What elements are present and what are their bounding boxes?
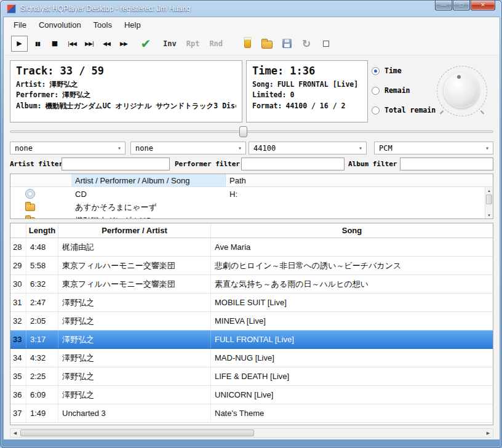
tree-name-column-header[interactable]: Artist / Performer / Album / Song <box>72 174 226 186</box>
folder-icon <box>25 204 35 211</box>
expander-icon[interactable]: ▷ <box>10 218 19 219</box>
playlist-row[interactable]: 312:47澤野弘之MOBILE SUIT [Live] <box>10 294 493 312</box>
radio-icon <box>372 87 380 95</box>
length-column-header[interactable]: Length <box>26 223 58 238</box>
time-label: Time: <box>252 65 284 77</box>
track-info-panel: Track:33 / 59 Artist:澤野弘之 Performer:澤野弘之… <box>10 60 242 122</box>
beer-button[interactable] <box>240 36 255 51</box>
volume-knob-assembly <box>437 66 487 116</box>
cell-number: 36 <box>10 386 26 404</box>
rewind-button[interactable]: ◀◀ <box>99 36 114 51</box>
performer-label: Performer: <box>16 90 58 99</box>
dsp-filter-combo[interactable]: none▾ <box>10 142 126 154</box>
album-filter-input[interactable] <box>400 158 493 170</box>
maximize-button[interactable]: □ <box>453 1 470 10</box>
scroll-up-icon[interactable]: ▲ <box>485 187 493 194</box>
song-column-header[interactable]: Song <box>211 223 493 238</box>
menu-item-help[interactable]: Help <box>118 18 147 31</box>
artist-value: 澤野弘之 <box>49 80 78 89</box>
pause-button[interactable]: ▮▮ <box>30 36 45 51</box>
stop-button[interactable]: ■ <box>47 36 62 51</box>
format-label: Format: <box>252 102 282 110</box>
skip-back-button[interactable]: |◀◀ <box>65 36 79 51</box>
invert-button[interactable]: Inv <box>163 39 177 48</box>
song-label: Song: <box>252 80 274 89</box>
playlist-horizontal-scrollbar[interactable]: ◀ ▶ <box>10 428 493 438</box>
tree-item-name: あすかそろまにゃーず <box>72 202 226 213</box>
tree-icon-column-header <box>10 174 72 186</box>
performer-line: Performer:澤野弘之 <box>16 90 236 100</box>
radio-label: Time <box>384 66 402 75</box>
playlist-header: Length Performer / Artist Song <box>10 223 493 238</box>
random-button[interactable]: Rnd <box>209 39 223 48</box>
cell-song: Nate's Theme <box>211 404 493 422</box>
menu-item-file[interactable]: File <box>7 18 33 31</box>
tree-scrollbar-thumb[interactable] <box>486 194 492 204</box>
tree-row[interactable]: ▷機動戦士ガンダムUC <box>10 214 493 219</box>
playlist-row[interactable]: 284:48梶浦由記Ave Maria <box>10 238 493 257</box>
close-button[interactable]: ✕ <box>471 1 495 10</box>
artist-filter-input[interactable] <box>62 158 170 170</box>
tree-row[interactable]: あすかそろまにゃーず <box>10 201 493 214</box>
save-button[interactable] <box>279 36 294 51</box>
cell-song: MAD-NUG [Live] <box>211 349 493 367</box>
playlist-row[interactable]: 352:25澤野弘之LIFE & DEATH [Live] <box>10 367 493 386</box>
position-slider-track[interactable] <box>10 130 493 133</box>
filter-row: Artist filterPerformer filterAlbum filte… <box>4 158 500 170</box>
cell-length: 5:58 <box>26 257 58 274</box>
cell-song: FULL FRONTAL [Live] <box>211 330 493 348</box>
sample-rate-combo[interactable]: 44100▾ <box>249 142 367 154</box>
radio-icon <box>372 106 380 114</box>
noise-shaper-combo[interactable]: none▾ <box>130 142 246 154</box>
output-mode-combo[interactable]: PCM▾ <box>374 142 493 154</box>
scroll-down-icon[interactable]: ▼ <box>485 212 493 218</box>
playlist-row[interactable]: 344:32澤野弘之MAD-NUG [Live] <box>10 349 493 367</box>
cd-icon <box>25 189 35 199</box>
apply-check-button[interactable]: ✔ <box>138 36 153 51</box>
radio-icon <box>372 67 380 75</box>
tree-path-column-header[interactable]: Path <box>226 174 493 186</box>
folder-icon <box>25 217 35 219</box>
cell-artist: 東京フィルハーモニー交響楽団 <box>58 257 211 274</box>
minimize-button[interactable]: — <box>435 1 452 10</box>
cell-artist: 東京フィルハーモニー交響楽団 <box>58 275 211 293</box>
tree-row[interactable]: CDH: <box>10 187 493 201</box>
play-button[interactable]: ▶ <box>11 36 28 52</box>
cell-song: Ave Maria <box>211 238 493 256</box>
cell-length: 2:05 <box>26 312 58 330</box>
performer-filter-input[interactable] <box>241 158 345 170</box>
tree-vertical-scrollbar[interactable]: ▲ ▼ <box>485 187 493 218</box>
hscrollbar-thumb[interactable] <box>20 430 254 436</box>
artist-filter-label: Artist filter <box>10 160 63 168</box>
scroll-right-icon[interactable]: ▶ <box>484 429 493 437</box>
menu-item-tools[interactable]: Tools <box>87 18 118 31</box>
scroll-left-icon[interactable]: ◀ <box>10 429 20 437</box>
cell-number: 32 <box>10 312 26 330</box>
menu-item-convolution[interactable]: Convolution <box>33 18 87 31</box>
playlist-row[interactable]: 366:09澤野弘之UNICORN [Live] <box>10 386 493 404</box>
playlist-row[interactable]: 306:32東京フィルハーモニー交響楽団素直な気持ち～ある雨の日～ハルヒの想い <box>10 275 493 294</box>
number-column-header[interactable] <box>10 223 26 238</box>
playlist-row[interactable]: 295:58東京フィルハーモニー交響楽団悲劇のヒロイン～非日常への誘い～ビーチバ… <box>10 257 493 275</box>
refresh-button[interactable]: ↻ <box>299 36 314 51</box>
app-icon <box>7 4 16 14</box>
artist-column-header[interactable]: Performer / Artist <box>58 223 211 238</box>
output-square-button[interactable] <box>319 36 333 51</box>
cell-length: 4:48 <box>26 238 58 256</box>
playlist-row[interactable]: 333:17澤野弘之FULL FRONTAL [Live] <box>10 330 493 349</box>
title-bar[interactable]: Signalyst HQPlayer Desktop - registered:… <box>1 1 501 17</box>
skip-forward-button[interactable]: ▶▶| <box>82 36 97 51</box>
cell-length: 6:09 <box>26 386 58 404</box>
cell-artist: 梶浦由記 <box>58 238 211 256</box>
fast-forward-button[interactable]: ▶▶ <box>116 36 131 51</box>
radio-label: Remain <box>384 86 410 95</box>
album-value: 機動戦士ガンダムUC オリジナル サウンドトラック3 Disc2 <box>46 102 236 110</box>
repeat-button[interactable]: Rpt <box>186 39 200 48</box>
playlist-row[interactable]: 371:49Uncharted 3Nate's Theme <box>10 404 493 423</box>
position-slider-thumb[interactable] <box>239 126 247 137</box>
open-folder-button[interactable] <box>260 36 274 51</box>
volume-knob[interactable] <box>444 73 479 108</box>
playlist-row[interactable]: 322:05澤野弘之MINEVA [Live] <box>10 312 493 330</box>
track-label: Track: <box>16 65 54 77</box>
cell-artist: 澤野弘之 <box>58 312 211 330</box>
